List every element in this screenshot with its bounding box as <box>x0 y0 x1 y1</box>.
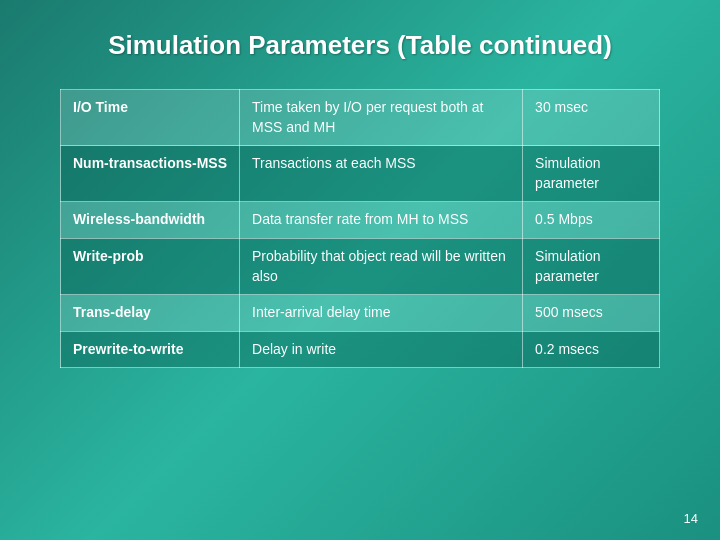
table-cell-0-0: I/O Time <box>61 90 240 146</box>
table-cell-0-2: 30 msec <box>523 90 660 146</box>
table-cell-4-1: Inter-arrival delay time <box>240 295 523 332</box>
table-cell-4-2: 500 msecs <box>523 295 660 332</box>
table-row: I/O TimeTime taken by I/O per request bo… <box>61 90 660 146</box>
table-cell-5-0: Prewrite-to-write <box>61 331 240 368</box>
slide: Simulation Parameters (Table continued) … <box>0 0 720 540</box>
table-row: Prewrite-to-writeDelay in write0.2 msecs <box>61 331 660 368</box>
table-cell-4-0: Trans-delay <box>61 295 240 332</box>
table-cell-3-1: Probability that object read will be wri… <box>240 238 523 294</box>
table-cell-3-2: Simulation parameter <box>523 238 660 294</box>
slide-title: Simulation Parameters (Table continued) <box>108 30 612 61</box>
table-cell-2-2: 0.5 Mbps <box>523 202 660 239</box>
table-cell-5-2: 0.2 msecs <box>523 331 660 368</box>
table-wrapper: I/O TimeTime taken by I/O per request bo… <box>60 89 660 368</box>
table-row: Trans-delayInter-arrival delay time500 m… <box>61 295 660 332</box>
page-number: 14 <box>684 511 698 526</box>
table-cell-2-0: Wireless-bandwidth <box>61 202 240 239</box>
table-cell-1-0: Num-transactions-MSS <box>61 146 240 202</box>
table-row: Write-probProbability that object read w… <box>61 238 660 294</box>
table-cell-5-1: Delay in write <box>240 331 523 368</box>
parameters-table: I/O TimeTime taken by I/O per request bo… <box>60 89 660 368</box>
table-cell-3-0: Write-prob <box>61 238 240 294</box>
table-cell-1-2: Simulation parameter <box>523 146 660 202</box>
table-row: Wireless-bandwidthData transfer rate fro… <box>61 202 660 239</box>
table-cell-0-1: Time taken by I/O per request both at MS… <box>240 90 523 146</box>
table-cell-2-1: Data transfer rate from MH to MSS <box>240 202 523 239</box>
table-row: Num-transactions-MSSTransactions at each… <box>61 146 660 202</box>
table-cell-1-1: Transactions at each MSS <box>240 146 523 202</box>
